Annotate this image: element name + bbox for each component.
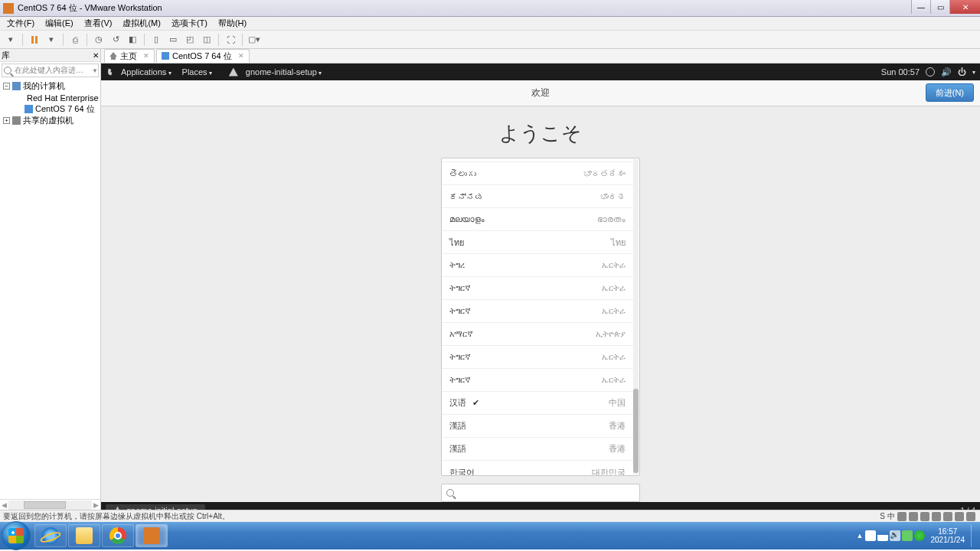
library-sidebar: 库 ✕ 在此处键入内容进行搜索 ▼ − 我的计算机 Red Hat Enterp…	[0, 49, 101, 510]
gnome-a11y-icon[interactable]	[926, 67, 935, 77]
tray-device-icon[interactable]	[909, 512, 918, 521]
tab-close-icon[interactable]: ✕	[238, 52, 244, 60]
tray-device-icon[interactable]	[897, 512, 906, 521]
tree-node-redhat[interactable]: Red Hat Enterprise Li	[3, 92, 100, 103]
language-row[interactable]: 漢語香港	[442, 415, 633, 438]
tray-device-icon[interactable]	[966, 512, 975, 521]
toolbar-view-dropdown[interactable]: ▢▾	[247, 33, 262, 47]
toolbar-pause-button[interactable]	[27, 33, 42, 47]
gnome-clock[interactable]: Sun 00:57	[881, 67, 920, 77]
show-desktop-button[interactable]	[971, 524, 977, 547]
tree-expand-icon[interactable]: +	[3, 117, 10, 124]
menu-view[interactable]: 查看(V)	[80, 17, 116, 30]
language-row[interactable]: ትግርኛኤርትራ	[442, 346, 633, 369]
search-dropdown-icon[interactable]: ▼	[92, 67, 98, 74]
tree-node-my-computer[interactable]: − 我的计算机	[3, 80, 100, 92]
start-button[interactable]	[2, 521, 31, 550]
tray-action-center-icon[interactable]	[865, 530, 876, 541]
tray-device-icon[interactable]	[955, 512, 964, 521]
language-row[interactable]: ಕನ್ನಡಭಾರತ	[442, 185, 633, 208]
toolbar-power-split[interactable]: ▾	[44, 33, 59, 47]
sidebar-search-input[interactable]: 在此处键入内容进行搜索 ▼	[2, 64, 99, 77]
tree-node-centos[interactable]: CentOS 7 64 位	[3, 103, 100, 115]
language-scrollbar[interactable]	[633, 159, 639, 474]
language-name: አማርኛ	[449, 329, 473, 339]
menu-help[interactable]: 帮助(H)	[214, 17, 250, 30]
tray-device-icon[interactable]	[920, 512, 929, 521]
tray-sogou-icon[interactable]: S	[880, 512, 885, 520]
language-region: ኤርትራ	[602, 260, 626, 270]
tab-home[interactable]: 主页 ✕	[104, 49, 155, 63]
taskbar-chrome-button[interactable]	[102, 524, 134, 547]
tray-device-icon[interactable]	[943, 512, 952, 521]
toolbar-power-dropdown[interactable]: ▾	[3, 33, 18, 47]
gnome-power-icon[interactable]: ⏻	[958, 67, 966, 77]
toolbar-unity-button[interactable]: ◫	[199, 33, 214, 47]
window-maximize-button[interactable]: ▭	[930, 0, 949, 14]
menu-edit[interactable]: 编辑(E)	[41, 17, 77, 30]
toolbar-clock-button[interactable]: ◷	[91, 33, 106, 47]
tray-network-icon[interactable]	[877, 530, 888, 541]
taskbar-vmware-button[interactable]	[136, 524, 168, 547]
taskbar-explorer-button[interactable]	[68, 524, 100, 547]
menu-vm[interactable]: 虚拟机(M)	[119, 17, 165, 30]
language-row[interactable]: አማርኛኢትዮጵያ	[442, 323, 633, 346]
language-region: ഭാരതം	[597, 214, 626, 224]
tray-ime-lang[interactable]: 中	[887, 511, 895, 522]
vm-icon	[24, 105, 33, 113]
language-row[interactable]: ትግርኛኤርትራ	[442, 277, 633, 300]
toolbar-fullscreen-button[interactable]: ⛶	[223, 33, 238, 47]
toolbar-fit-window-button[interactable]: ▭	[165, 33, 181, 47]
language-region: భారతదేశం	[583, 169, 626, 178]
tray-360-icon[interactable]	[914, 530, 925, 541]
gnome-applications-menu[interactable]: Applications	[116, 66, 176, 78]
window-close-button[interactable]: ✕	[949, 0, 980, 14]
next-button[interactable]: 前进(N)	[926, 83, 974, 102]
hscroll-left[interactable]: ◀	[0, 501, 8, 509]
menu-tabs[interactable]: 选项卡(T)	[168, 17, 211, 30]
language-row[interactable]: ไทยไทย	[442, 231, 633, 254]
window-title: CentOS 7 64 位 - VMware Workstation	[18, 2, 162, 14]
tray-show-hidden[interactable]: ▲	[857, 532, 864, 540]
hscroll-thumb[interactable]	[24, 501, 66, 509]
gnome-places-menu[interactable]: Places	[178, 66, 217, 78]
language-row[interactable]: മലയാളംഭാരതം	[442, 208, 633, 231]
toolbar-manage-button[interactable]: ◧	[125, 33, 140, 47]
window-minimize-button[interactable]: —	[911, 0, 930, 14]
toolbar-snapshot-button[interactable]: ⎙	[67, 33, 83, 47]
tray-volume-icon[interactable]: 🔊	[890, 530, 900, 541]
gnome-app-menu[interactable]: gnome-initial-setup	[241, 66, 326, 78]
toolbar-revert-button[interactable]: ↺	[108, 33, 123, 47]
tab-close-icon[interactable]: ✕	[143, 52, 149, 60]
toolbar-fit-guest-button[interactable]: ▯	[149, 33, 164, 47]
library-tree: − 我的计算机 Red Hat Enterprise Li CentOS 7 6…	[0, 79, 100, 128]
gnome-volume-icon[interactable]: 🔊	[941, 67, 952, 77]
language-row[interactable]: 한국어대한민국	[442, 461, 633, 475]
tree-collapse-icon[interactable]: −	[3, 83, 10, 90]
welcome-heading: ようこそ	[499, 120, 582, 147]
language-row[interactable]: ትግረኤርትራ	[442, 254, 633, 277]
taskbar-ie-button[interactable]	[34, 524, 67, 547]
menu-file[interactable]: 文件(F)	[3, 17, 38, 30]
language-name: 漢語	[449, 443, 466, 455]
language-row[interactable]: ትግርኛኤርትራ	[442, 369, 633, 392]
gnome-user-menu[interactable]: ▾	[972, 69, 975, 76]
language-row[interactable]: 漢語香港	[442, 438, 633, 461]
toolbar-stretch-button[interactable]: ◰	[182, 33, 198, 47]
home-icon	[109, 52, 117, 60]
language-row[interactable]: 汉语✔中国	[442, 392, 633, 415]
language-row[interactable]: తెలుగుభారతదేశం	[442, 162, 633, 185]
tray-device-icon[interactable]	[932, 512, 941, 521]
tree-node-shared[interactable]: + 共享的虚拟机	[3, 115, 100, 126]
tray-clock[interactable]: 16:57 2021/1/24	[931, 527, 965, 545]
language-row[interactable]: ትግርኛኤርትራ	[442, 300, 633, 323]
gnome-activities-icon[interactable]	[106, 68, 115, 77]
language-search-input[interactable]	[441, 484, 640, 502]
tab-centos[interactable]: CentOS 7 64 位 ✕	[156, 49, 250, 63]
language-region: 中国	[609, 397, 626, 409]
hscroll-right[interactable]: ▶	[92, 501, 100, 509]
tray-battery-icon[interactable]	[902, 530, 913, 541]
sidebar-close-button[interactable]: ✕	[93, 51, 99, 60]
scrollbar-thumb[interactable]	[633, 389, 639, 473]
app-menu-icon	[229, 68, 238, 77]
